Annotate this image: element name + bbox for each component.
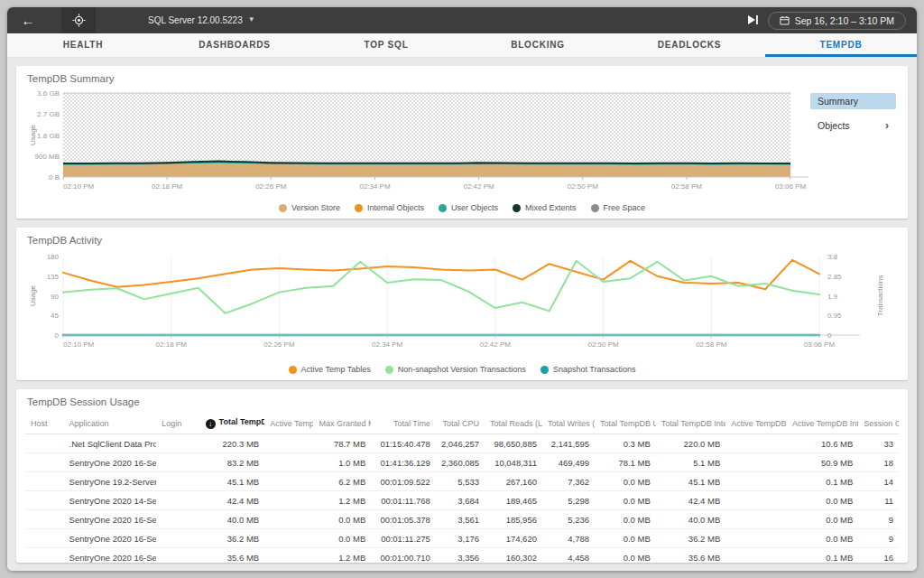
legend-item-active-temp-tables[interactable]: Active Temp Tables (289, 365, 371, 374)
table-cell (725, 491, 787, 510)
date-range-label: Sep 16, 2:10 – 3:10 PM (795, 15, 894, 26)
table-cell: 16 (858, 548, 899, 564)
table-row[interactable]: SentryOne 2020 16-Server83.2 MB1.0 MB01:… (25, 453, 899, 472)
tab-deadlocks[interactable]: DEADLOCKS (614, 33, 765, 57)
table-cell: 45.1 MB (200, 472, 265, 491)
date-range-picker[interactable]: Sep 16, 2:10 – 3:10 PM (768, 12, 906, 30)
table-cell (156, 529, 199, 548)
y-axis-tick-label: 3.6 GB (37, 89, 60, 98)
activity-card-title: TempDB Activity (25, 233, 899, 249)
column-header-max-granted-mem[interactable]: Max Granted Mem (313, 413, 371, 434)
sort-desc-icon: ↓ (206, 419, 216, 429)
column-header-total-time[interactable]: Total Time (371, 413, 436, 434)
table-cell (264, 491, 313, 510)
table-row[interactable]: SentryOne 2020 16-Server40.0 MB0.0 MB00:… (25, 510, 899, 529)
table-row[interactable]: SentryOne 2020 16-Server35.6 MB1.2 MB00:… (25, 548, 899, 564)
table-cell: 0.0 MB (313, 529, 371, 548)
tab-blocking[interactable]: BLOCKING (462, 33, 614, 57)
column-header-host[interactable]: Host (25, 413, 64, 434)
column-header-active-tempdb[interactable]: Active TempDB (264, 413, 313, 434)
column-header-label: Total TempDB Internal (661, 419, 725, 428)
table-cell: 45.1 MB (656, 472, 725, 491)
legend-label: Internal Objects (367, 203, 424, 212)
right-axis-tick-label: 0.95 (827, 312, 842, 320)
table-cell (25, 548, 64, 564)
legend-label: Snapshot Transactions (553, 365, 636, 374)
tab-dashboards[interactable]: DASHBOARDS (159, 33, 310, 57)
x-axis-tick-label: 02:42 PM (463, 182, 494, 191)
table-cell (25, 434, 64, 453)
table-cell (264, 529, 313, 548)
legend-label: Active Temp Tables (301, 365, 371, 374)
table-cell (264, 434, 313, 453)
column-header-total-tempdb-internal[interactable]: Total TempDB Internal (656, 413, 725, 434)
back-button[interactable]: ← (11, 7, 45, 33)
column-header-active-tempdb-user[interactable]: Active TempDB User (725, 413, 787, 434)
table-cell: SentryOne 2020 14-Server (64, 491, 157, 510)
table-cell: 00:01:11.768 (371, 491, 436, 510)
x-axis-tick-label: 02:58 PM (671, 182, 703, 191)
legend-item-free-space[interactable]: Free Space (591, 203, 646, 212)
table-cell: 5,533 (436, 472, 485, 491)
legend-item-mixed-extents[interactable]: Mixed Extents (513, 203, 577, 212)
column-header-total-tempdb-user[interactable]: Total TempDB User (595, 413, 656, 434)
table-cell (156, 453, 199, 472)
column-header-total-reads-l[interactable]: Total Reads (L) (485, 413, 542, 434)
table-cell: 14 (858, 472, 899, 491)
table-cell (156, 491, 199, 510)
table-row[interactable]: SentryOne 2020 14-Server42.4 MB1.2 MB00:… (25, 491, 899, 510)
table-cell: 33 (858, 434, 899, 453)
column-header-label: Total TempDB User (600, 419, 656, 428)
table-cell (725, 510, 787, 529)
column-header-application[interactable]: Application (64, 413, 157, 434)
column-header-active-tempdb-internal[interactable]: Active TempDB Internal (787, 413, 858, 434)
x-axis-tick-label: 02:18 PM (156, 340, 188, 349)
table-row[interactable]: SentryOne 2020 16-Server36.2 MB0.0 MB00:… (25, 529, 899, 548)
server-selector-dropdown[interactable]: SQL Server 12.00.5223 ▼ (148, 15, 255, 25)
y-axis-tick-label: 900 MB (34, 153, 60, 161)
y-axis-tick-label: 90 (51, 293, 59, 301)
legend-item-snapshot-transactions[interactable]: Snapshot Transactions (541, 365, 636, 374)
table-cell: 78.1 MB (595, 453, 656, 472)
view-button-objects[interactable]: Objects › (810, 117, 896, 135)
jump-to-latest-button[interactable] (747, 13, 759, 29)
summary-view-switcher: Summary Objects › (810, 88, 896, 201)
target-button[interactable] (61, 7, 96, 33)
tab-tempdb[interactable]: TEMPDB (765, 33, 917, 57)
table-cell: 0.0 MB (313, 510, 371, 529)
table-cell: 83.2 MB (200, 453, 265, 472)
table-cell (264, 548, 313, 564)
table-cell: 1.0 MB (313, 453, 371, 472)
column-header-label: Application (69, 419, 109, 428)
column-header-label: Total Time (393, 419, 430, 428)
view-button-summary[interactable]: Summary (810, 93, 896, 109)
legend-item-version-store[interactable]: Version Store (279, 203, 340, 212)
column-header-total-cpu[interactable]: Total CPU (436, 413, 485, 434)
tab-health[interactable]: HEALTH (7, 33, 159, 57)
column-header-total-tempdb[interactable]: ↓Total TempDB (200, 413, 265, 434)
legend-item-internal-objects[interactable]: Internal Objects (355, 203, 424, 212)
column-header-session-count[interactable]: Session Count (858, 413, 899, 434)
table-cell (156, 548, 199, 564)
legend-label: Free Space (604, 203, 646, 212)
table-cell (264, 510, 313, 529)
column-header-label: Total Writes (P) (548, 419, 595, 428)
chevron-right-icon: › (885, 119, 889, 132)
table-cell: 35.6 MB (656, 548, 725, 564)
table-cell (25, 472, 64, 491)
x-axis-tick-label: 02:34 PM (359, 182, 391, 191)
legend-item-non-snapshot-version-transactions[interactable]: Non-snapshot Version Transactions (385, 365, 526, 374)
table-row[interactable]: .Net SqlClient Data Provider220.3 MB78.7… (25, 434, 899, 453)
table-cell: 7,362 (542, 472, 595, 491)
column-header-login[interactable]: Login (156, 413, 199, 434)
tempdb-activity-chart: 1803.81352.85901.9450.950002:10 PM02:18 … (25, 249, 896, 359)
table-row[interactable]: SentryOne 19.2-Server45.1 MB6.2 MB00:01:… (25, 472, 899, 491)
table-cell: 42.4 MB (200, 491, 265, 510)
column-header-total-writes-p[interactable]: Total Writes (P) (542, 413, 595, 434)
tab-top-sql[interactable]: TOP SQL (310, 33, 462, 57)
top-bar: ← SQL Server 12.00.5223 ▼ (7, 7, 917, 33)
table-cell: SentryOne 2020 16-Server (64, 529, 157, 548)
legend-item-user-objects[interactable]: User Objects (439, 203, 498, 212)
table-cell: 5,298 (542, 491, 595, 510)
table-cell: 01:15:40.478 (371, 434, 436, 453)
